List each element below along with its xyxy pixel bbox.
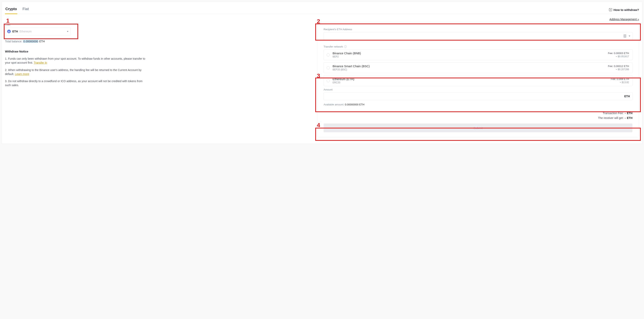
notice-item: 1. Funds can only been withdrawn from yo… (5, 57, 148, 65)
tx-fee-label: Transaction Fee: (603, 112, 624, 115)
help-icon: ? (609, 8, 612, 11)
columns: Coin ETH Ethereum Total balance: 0.00000… (5, 22, 639, 137)
summary: Transaction Fee: - ETH The receiver will… (324, 112, 632, 119)
info-icon[interactable]: i (344, 45, 347, 48)
amount-label: Amount (324, 88, 632, 91)
network-name: Ethereum (ETH) (332, 77, 608, 81)
learn-more-link[interactable]: Learn more (15, 72, 29, 76)
notice-text: 3. Do not withdraw directly to a crowdfu… (5, 79, 142, 87)
network-option-bsc[interactable]: Binance Smart Chain (BSC) BEP20 (BSC) Fe… (324, 62, 632, 73)
network-option-eth[interactable]: Ethereum (ETH) ERC20 Fee: 0.008 ETH ≈ $1… (324, 75, 632, 86)
tabs: Crypto Fiat (5, 5, 29, 14)
annotation-number-3: 3 (317, 72, 320, 79)
total-balance-row: Total balance: 0.00000000 ETH (5, 40, 314, 43)
total-balance-label: Total balance: (5, 40, 22, 43)
notice-item: 2. When withdrawing to the Binance user'… (5, 68, 148, 76)
available-label: Available amount: (324, 103, 344, 106)
withdraw-notice-title: Withdraw Notice (5, 50, 314, 53)
network-fee-usd: ≈ $13.82 (611, 81, 629, 84)
network-name: Binance Smart Chain (BSC) (332, 64, 605, 68)
eth-coin-icon (7, 30, 11, 33)
top-row: Crypto Fiat ? How to withdraw? (5, 5, 639, 14)
radio-icon (326, 53, 330, 56)
how-to-withdraw-label: How to withdraw? (614, 8, 639, 11)
network-fee: Fee: 0.00003 ETH (608, 52, 629, 55)
coin-label: Coin (5, 23, 314, 26)
address-management-row: Address Management » (5, 18, 639, 21)
total-balance-value: 0.00000000 (23, 40, 38, 43)
available-amount-row: Available amount: 0.00000000 ETH (324, 103, 632, 106)
chevron-down-icon[interactable] (629, 36, 630, 36)
coin-symbol: ETH (12, 30, 18, 33)
available-value: 0.00000000 ETH (345, 103, 364, 106)
recipient-address-input[interactable] (326, 34, 621, 37)
transfer-network-label: Transfer network i (324, 45, 632, 48)
amount-input-wrap: ETH (324, 92, 632, 100)
network-option-bnb[interactable]: Binance Chain (BNB) BEP2 Fee: 0.00003 ET… (324, 49, 632, 60)
network-fee: Fee: 0.008 ETH (611, 77, 629, 80)
withdraw-notice-list: 1. Funds can only been withdrawn from yo… (5, 57, 314, 87)
address-label: Recipient's ETH Address (324, 28, 632, 31)
notice-text: 1. Funds can only been withdrawn from yo… (5, 57, 145, 64)
annotation-number-4: 4 (317, 122, 320, 128)
tx-fee-row: Transaction Fee: - ETH (324, 112, 632, 115)
network-fee-usd: ≈ $0.051817 (608, 55, 629, 58)
radio-icon (326, 79, 330, 82)
amount-symbol: ETH (624, 95, 630, 98)
tab-crypto[interactable]: Crypto (5, 5, 17, 14)
recipient-address-input-wrap (324, 32, 632, 40)
transfer-in-link[interactable]: Transfer In (34, 61, 47, 64)
network-name: Binance Chain (BNB) (332, 51, 605, 55)
receive-symbol: ETH (627, 116, 632, 119)
transfer-network-label-text: Transfer network (324, 45, 343, 48)
withdraw-page: Crypto Fiat ? How to withdraw? Address M… (2, 1, 642, 144)
submit-button[interactable]: Submit (324, 123, 632, 132)
tx-fee-symbol: ETH (627, 112, 632, 115)
address-management-link[interactable]: Address Management » (609, 18, 639, 21)
tx-fee-value: - (625, 112, 626, 115)
amount-input[interactable] (326, 95, 623, 98)
left-panel: Coin ETH Ethereum Total balance: 0.00000… (5, 22, 314, 137)
address-book-icon[interactable] (623, 34, 627, 38)
network-sub: BEP2 (332, 55, 605, 58)
receive-label: The receiver will get: (598, 116, 624, 119)
svg-point-3 (625, 35, 625, 36)
network-sub: ERC20 (332, 81, 608, 84)
radio-icon (326, 66, 330, 69)
receive-row: The receiver will get: - ETH (324, 116, 632, 119)
right-panel: Recipient's ETH Address Transfer network… (317, 22, 639, 137)
how-to-withdraw-link[interactable]: ? How to withdraw? (609, 8, 639, 14)
svg-text:?: ? (610, 9, 611, 11)
receive-value: - (625, 116, 626, 119)
coin-select[interactable]: ETH Ethereum (5, 27, 71, 35)
coin-name: Ethereum (20, 30, 32, 33)
network-sub: BEP20 (BSC) (332, 68, 605, 71)
tab-fiat[interactable]: Fiat (22, 5, 29, 14)
network-fee-usd: ≈ $0.207266 (608, 68, 629, 71)
network-fee: Fee: 0.00012 ETH (608, 65, 629, 68)
chevron-down-icon (67, 31, 68, 32)
notice-item: 3. Do not withdraw directly to a crowdfu… (5, 79, 148, 87)
total-balance-symbol: ETH (39, 40, 45, 43)
